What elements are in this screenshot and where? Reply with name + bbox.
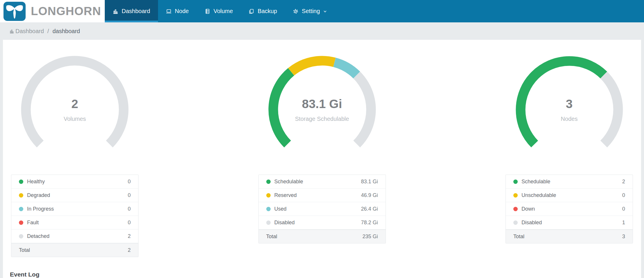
legend-row-schedulable: Schedulable 83.1 Gi (259, 175, 386, 189)
reserved-dot (266, 193, 271, 198)
legend-row-in-progress: In Progress 0 (11, 202, 138, 216)
legend-value: 46.9 Gi (361, 192, 378, 198)
legend-value: 83.1 Gi (361, 179, 378, 185)
legend-label: Detached (27, 233, 49, 239)
nav-label: Dashboard (122, 8, 150, 15)
nodes-panel: 3 Nodes Schedulable 2 Unschedulable 0 D (505, 51, 633, 243)
legend-row-reserved: Reserved 46.9 Gi (259, 189, 386, 202)
total-label: Total (513, 234, 524, 240)
nav-label: Backup (258, 8, 277, 15)
total-label: Total (266, 234, 277, 240)
legend-row-disabled: Disabled 1 (506, 216, 633, 229)
legend-label: Fault (27, 220, 39, 226)
breadcrumb-separator: / (45, 28, 52, 35)
disabled-dot (513, 220, 518, 225)
nodes-gauge: 3 Nodes (511, 51, 627, 168)
legend-row-total: Total 235 Gi (259, 229, 386, 243)
legend-row-fault: Fault 0 (11, 216, 138, 229)
legend-label: Disabled (274, 220, 295, 226)
dashboard-content: 2 Volumes Healthy 0 Degraded 0 In Progr (3, 40, 641, 278)
in-progress-dot (19, 207, 23, 211)
legend-row-disabled: Disabled 78.2 Gi (259, 216, 386, 229)
down-dot (513, 207, 518, 211)
schedulable-dot (266, 180, 271, 184)
copy-icon (249, 8, 254, 14)
volumes-gauge: 2 Volumes (17, 51, 133, 168)
storage-legend-table: Schedulable 83.1 Gi Reserved 46.9 Gi Use… (258, 175, 386, 243)
fault-dot (19, 220, 23, 225)
degraded-dot (19, 193, 23, 198)
legend-row-total: Total 2 (11, 243, 138, 257)
legend-value: 2 (622, 179, 625, 185)
disabled-dot (266, 220, 271, 225)
breadcrumb-root-label: Dashboard (15, 28, 44, 35)
legend-row-healthy: Healthy 0 (11, 175, 138, 189)
detached-dot (19, 234, 23, 238)
nav-label: Setting (302, 8, 320, 15)
nodes-gauge-arc (511, 51, 627, 168)
nav-label: Node (175, 8, 189, 15)
storage-gauge-arc (264, 51, 380, 168)
longhorn-bull-icon (3, 2, 26, 21)
legend-value: 0 (128, 179, 131, 185)
nav-item-setting[interactable]: Setting (285, 0, 335, 22)
main-nav: Dashboard Node (105, 0, 644, 22)
legend-value: 0 (128, 206, 131, 212)
legend-label: Unschedulable (521, 192, 556, 198)
total-value: 3 (622, 234, 625, 240)
legend-label: In Progress (27, 206, 54, 212)
legend-label: Degraded (27, 192, 50, 198)
volumes-legend-table: Healthy 0 Degraded 0 In Progress 0 Fault… (11, 175, 139, 257)
legend-row-unschedulable: Unschedulable 0 (506, 189, 633, 202)
storage-panel: 83.1 Gi Storage Schedulable Schedulable … (258, 51, 386, 243)
laptop-icon (166, 8, 172, 14)
legend-label: Used (274, 206, 287, 212)
total-value: 2 (128, 247, 131, 253)
breadcrumb-current: dashboard (52, 28, 80, 35)
legend-label: Healthy (27, 179, 45, 185)
bar-chart-icon (113, 8, 118, 14)
legend-label: Disabled (521, 220, 542, 226)
nav-item-backup[interactable]: Backup (241, 0, 285, 22)
event-log-heading: Event Log (10, 271, 641, 278)
schedulable-dot (513, 180, 518, 184)
volumes-panel: 2 Volumes Healthy 0 Degraded 0 In Progr (11, 51, 139, 257)
gear-icon (293, 8, 299, 14)
database-icon (205, 8, 210, 14)
total-label: Total (19, 247, 30, 253)
storage-gauge: 83.1 Gi Storage Schedulable (264, 51, 380, 168)
nav-item-dashboard[interactable]: Dashboard (105, 0, 158, 22)
legend-value: 0 (622, 206, 625, 212)
logo-text: LONGHORN (31, 5, 101, 18)
legend-value: 78.2 Gi (361, 220, 378, 226)
legend-row-degraded: Degraded 0 (11, 189, 138, 202)
legend-label: Down (521, 206, 535, 212)
legend-value: 1 (622, 220, 625, 226)
legend-value: 0 (128, 192, 131, 198)
nav-item-node[interactable]: Node (158, 0, 197, 22)
nav-item-volume[interactable]: Volume (197, 0, 241, 22)
chevron-down-icon (323, 9, 327, 13)
volumes-gauge-arc (17, 51, 133, 168)
top-navbar: LONGHORN Dashboard Node (0, 0, 644, 22)
charts-row: 2 Volumes Healthy 0 Degraded 0 In Progr (3, 51, 641, 257)
nodes-legend-table: Schedulable 2 Unschedulable 0 Down 0 Dis… (505, 175, 633, 243)
legend-label: Reserved (274, 192, 297, 198)
total-value: 235 Gi (362, 234, 378, 240)
legend-label: Schedulable (521, 179, 550, 185)
app-logo[interactable]: LONGHORN (0, 0, 105, 22)
legend-row-total: Total 3 (506, 229, 633, 243)
breadcrumb-root-link[interactable]: Dashboard (9, 28, 44, 35)
legend-value: 0 (622, 192, 625, 198)
legend-value: 2 (128, 233, 131, 239)
bar-chart-icon (9, 29, 14, 34)
healthy-dot (19, 180, 23, 184)
legend-row-used: Used 26.4 Gi (259, 202, 386, 216)
unschedulable-dot (513, 193, 518, 198)
legend-label: Schedulable (274, 179, 303, 185)
legend-value: 26.4 Gi (361, 206, 378, 212)
nav-label: Volume (214, 8, 233, 15)
breadcrumb: Dashboard / dashboard (0, 22, 644, 40)
legend-row-detached: Detached 2 (11, 229, 138, 243)
legend-row-down: Down 0 (506, 202, 633, 216)
